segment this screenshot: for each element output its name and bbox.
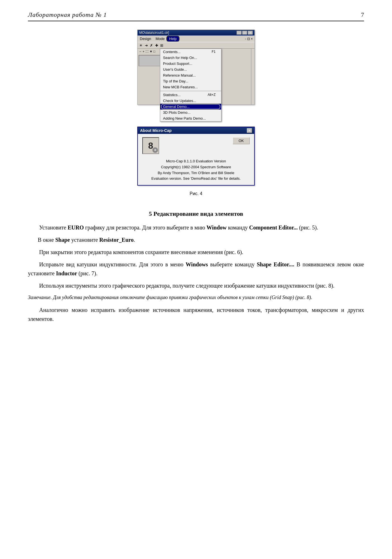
menubar: Design Mode Help - ⊡ × (138, 35, 254, 42)
menu-mode[interactable]: Mode (153, 36, 167, 41)
info-line-1: Micro-Cap 8.1.1.0 Evaluation Version (142, 158, 250, 164)
maximize-button[interactable]: □ (242, 31, 247, 35)
menu-help[interactable]: Help (167, 36, 179, 41)
menu-general-demo[interactable]: General Demo... (160, 104, 221, 110)
menu-check-updates[interactable]: Check for Updates... (160, 98, 221, 104)
separator-1 (160, 91, 221, 91)
figure4-window: About Micro-Cap × 8 ⚙ OK Micro-Ca (137, 127, 255, 186)
page-header: Лабораторная работа № 1 7 (28, 11, 364, 21)
menu-statistics[interactable]: Statistics... Alt+Z (160, 92, 221, 98)
close-button[interactable]: × (248, 31, 253, 35)
toolbar-icons: ☀ ➜ ✗ ✚ ⊞ (139, 43, 164, 48)
para-2: В окне Shape установите Resistor_Euro. (28, 235, 364, 244)
fig4-close-button[interactable]: × (247, 128, 252, 133)
info-line-3: By Andy Thompson, Tim O'Brien and Bill S… (142, 170, 250, 176)
titlebar-text: MO\data\circuit1.cir] (139, 31, 169, 35)
para-note: Замечание. Для удобства редактирования о… (28, 293, 364, 302)
para-6: Аналогично можно исправить изображение и… (28, 305, 364, 323)
fig4-caption: Рис. 4 (190, 191, 202, 196)
scrollbar[interactable] (251, 49, 254, 105)
menu-3d-plots-demo[interactable]: 3D Plots Demo... (160, 110, 221, 115)
toolbar: ☀ ➜ ✗ ✚ ⊞ (138, 42, 254, 49)
para-1: Установите EURO графику для резистора. Д… (28, 223, 364, 232)
figure3-window: MO\data\circuit1.cir] _ □ × Design Mode … (137, 30, 255, 105)
ok-button[interactable]: OK (233, 137, 250, 144)
menu-tip-of-day[interactable]: Tip of the Day... (160, 78, 221, 84)
para-3: При закрытии этого редактора компонентов… (28, 248, 364, 257)
menu-adding-parts-demo[interactable]: Adding New Parts Demo... (160, 115, 221, 121)
fig4-top-row: 8 ⚙ OK (142, 137, 250, 154)
figure3-titlebar: MO\data\circuit1.cir] _ □ × (138, 30, 254, 35)
para-5: Используя инструменты этого графического… (28, 281, 364, 290)
header-title: Лабораторная работа № 1 (28, 11, 107, 18)
menu-design[interactable]: Design (138, 36, 153, 41)
section-heading: 5 Редактирование вида элементов (28, 210, 364, 217)
content-area: → + ⁚⁚⁚ ▼ □ Contents... F1 Search for He… (138, 49, 254, 105)
help-dropdown: Contents... F1 Search for Help On... Pro… (160, 49, 221, 122)
titlebar-buttons: _ □ × (237, 31, 253, 35)
menu-product-support[interactable]: Product Support... (160, 61, 221, 67)
logo-badge: ⚙ (152, 147, 158, 153)
section5: 5 Редактирование вида элементов Установи… (28, 210, 364, 323)
menu-reference-manual[interactable]: Reference Manual... (160, 72, 221, 78)
figure3-container: MO\data\circuit1.cir] _ □ × Design Mode … (28, 30, 364, 121)
fig4-logo: 8 ⚙ (142, 137, 159, 154)
fig4-info: Micro-Cap 8.1.1.0 Evaluation Version Cop… (142, 158, 250, 182)
menu-search-help[interactable]: Search for Help On... (160, 55, 221, 61)
fig4-ok-area: OK (233, 137, 250, 144)
fig4-title: About Micro-Cap (140, 128, 172, 133)
fig4-body: 8 ⚙ OK Micro-Cap 8.1.1.0 Evaluation Vers… (138, 134, 254, 185)
info-line-4: Evaluation version. See 'DemoRead.doc' f… (142, 176, 250, 182)
menu-contents[interactable]: Contents... F1 (160, 49, 221, 55)
minimize-button[interactable]: _ (237, 31, 242, 35)
para-4: Исправьте вид катушки индуктивности. Для… (28, 260, 364, 278)
info-line-2: Copyright(c) 1982-2004 Spectrum Software (142, 164, 250, 170)
page-number: 7 (361, 11, 364, 18)
window-controls-inner: - ⊡ × (243, 36, 254, 41)
menu-new-mcb-features[interactable]: New MCB Features... (160, 84, 221, 90)
menu-users-guide[interactable]: User's Guide... (160, 67, 221, 72)
figure4-container: About Micro-Cap × 8 ⚙ OK Micro-Ca (28, 127, 364, 202)
fig4-titlebar: About Micro-Cap × (138, 127, 254, 134)
